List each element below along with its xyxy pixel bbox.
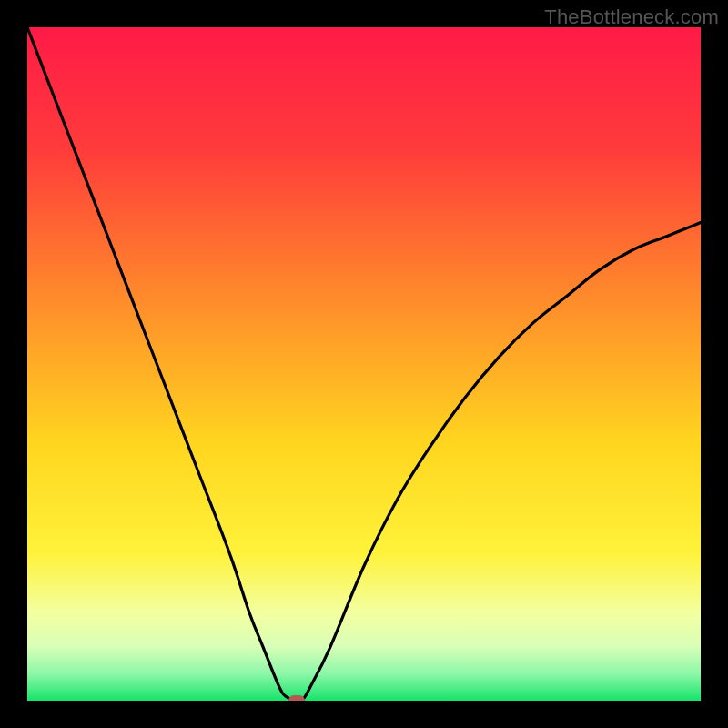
chart-frame: TheBottleneck.com	[0, 0, 728, 728]
optimum-marker	[288, 695, 305, 701]
bottleneck-curve	[27, 27, 701, 701]
watermark-text: TheBottleneck.com	[544, 5, 719, 29]
plot-area	[27, 27, 701, 701]
